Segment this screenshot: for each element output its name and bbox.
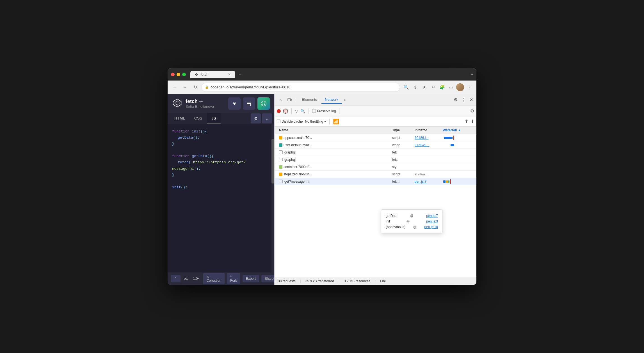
arrow-icon: ⌃ — [174, 277, 177, 281]
th-spacer — [469, 127, 474, 134]
record-button[interactable] — [277, 109, 281, 113]
row-checkbox[interactable] — [279, 150, 283, 154]
table-row[interactable]: stopExecutionOn... script Ere Em... — [275, 171, 476, 178]
more-tabs-icon[interactable]: » — [343, 96, 347, 104]
upload-icon[interactable]: ⬆ — [465, 119, 468, 124]
throttle-select[interactable]: No throttling ▾ — [305, 120, 326, 123]
devtools-controls: 🚫 ▽ 🔍 Preserve log ⚙ — [275, 106, 476, 116]
disable-cache-checkbox[interactable] — [277, 120, 280, 123]
svg-marker-1 — [175, 101, 179, 105]
device-toolbar-icon[interactable] — [286, 96, 294, 104]
chevron-down-button[interactable]: ⌄ — [262, 113, 272, 123]
maximize-button[interactable] — [182, 73, 186, 76]
th-initiator[interactable]: Initiator — [412, 127, 440, 134]
header-actions: ♥ — [228, 97, 270, 110]
call-stack-row-1: getData @ pen.js:7 — [386, 213, 438, 219]
row-initiator[interactable]: pen.js:7 — [412, 179, 440, 184]
devtools-settings-icon[interactable]: ⚙ — [453, 96, 459, 104]
call-fn-3: (anonymous) — [386, 225, 405, 229]
call-fn-1: getData — [386, 214, 398, 218]
reload-button[interactable]: ↻ — [191, 83, 199, 91]
list-button[interactable] — [243, 97, 255, 110]
table-row[interactable]: graphql fetc — [275, 149, 476, 156]
table-row[interactable]: user-default-avat... webp LYdGvL... — [275, 141, 476, 149]
tab-network[interactable]: Network — [321, 96, 342, 104]
status-requests: 38 requests — [278, 279, 296, 283]
scrollbar-thumb[interactable] — [271, 139, 274, 184]
share-icon[interactable]: ⇧ — [411, 83, 419, 91]
back-button[interactable]: ← — [171, 83, 179, 91]
code-line-8 — [172, 178, 270, 184]
tab-close-icon[interactable]: ✕ — [228, 72, 231, 76]
call-link-2[interactable]: pen.js:3 — [426, 219, 438, 223]
code-editor[interactable]: function init(){ getData(); } function g… — [168, 124, 274, 272]
search-network-icon[interactable]: 🔍 — [300, 109, 305, 113]
row-initiator[interactable]: LYdGvL... — [412, 143, 440, 148]
row-checkbox[interactable] — [279, 180, 283, 183]
active-tab[interactable]: ❖ fetch ✕ — [190, 71, 235, 78]
wifi-icon[interactable]: 📶 — [333, 118, 339, 125]
face-button[interactable] — [257, 97, 270, 110]
call-link-1[interactable]: pen.js:7 — [426, 214, 438, 218]
filter-icon[interactable]: ▽ — [295, 109, 298, 113]
devtools-menu-icon[interactable]: ⋮ — [460, 96, 467, 104]
row-initiator: Ere Em... — [412, 172, 440, 176]
minimize-button[interactable] — [177, 73, 180, 76]
codepen-area: fetch ✏ Sofia Emelianova ♥ — [168, 94, 274, 285]
edit-icon[interactable]: ✏ — [199, 99, 203, 104]
settings-button[interactable]: ⚙ — [251, 113, 261, 123]
new-tab-button[interactable]: + — [236, 72, 244, 77]
tab-html[interactable]: HTML — [170, 113, 190, 124]
footer-label: ete — [184, 277, 189, 281]
chrome-menu-icon[interactable]: ⋮ — [465, 83, 473, 91]
scrollbar-track[interactable] — [271, 124, 274, 272]
row-initiator[interactable]: 69186.j... — [412, 135, 440, 140]
table-row-selected[interactable]: get?message=hi fetch pen.js:7 — [275, 178, 476, 185]
call-at-2: @ — [407, 219, 410, 223]
search-icon[interactable]: 🔍 — [402, 83, 410, 91]
row-extra — [469, 159, 474, 160]
cut-icon[interactable]: ✂ — [429, 83, 437, 91]
row-name: graphql — [277, 150, 390, 155]
footer-arrow-button[interactable]: ⌃ — [171, 275, 181, 282]
row-type: styl — [390, 164, 412, 169]
call-link-3[interactable]: pen.js:10 — [424, 225, 438, 229]
call-stack-row-3: (anonymous) @ pen.js:10 — [386, 224, 438, 230]
stop-button[interactable]: 🚫 — [283, 109, 288, 114]
download-icon[interactable]: ⬇ — [471, 119, 474, 124]
export-button[interactable]: Export — [243, 275, 259, 282]
controls-separator — [291, 108, 292, 114]
tab-js[interactable]: JS — [207, 113, 221, 124]
th-name[interactable]: Name — [277, 127, 390, 134]
status-transferred: 35.9 kB transferred — [305, 279, 334, 283]
status-divider-3: | — [375, 279, 376, 283]
th-waterfall[interactable]: Waterfall ▲ — [440, 127, 469, 134]
tab-elements[interactable]: Elements — [298, 96, 320, 104]
tab-chevron-icon[interactable]: ▾ — [471, 72, 473, 77]
devtools-close-icon[interactable]: ✕ — [468, 96, 474, 104]
profile-avatar[interactable] — [456, 83, 464, 91]
row-waterfall — [440, 152, 469, 153]
network-settings-icon[interactable]: ⚙ — [470, 108, 474, 114]
svg-line-3 — [179, 102, 181, 102]
bookmark-icon[interactable]: ★ — [420, 83, 428, 91]
forward-button[interactable]: → — [181, 83, 189, 91]
th-type[interactable]: Type — [390, 127, 412, 134]
collection-button[interactable]: to Collection — [203, 273, 225, 284]
table-row[interactable]: appcues.main.70... script 69186.j... — [275, 134, 476, 141]
close-button[interactable] — [171, 73, 175, 76]
table-row[interactable]: graphql fetc — [275, 156, 476, 163]
fork-button[interactable]: ⑂ Fork — [227, 273, 240, 284]
inspect-element-icon[interactable]: ↖ — [277, 96, 285, 104]
table-row[interactable]: container.7099d3... styl — [275, 163, 476, 171]
call-stack-row-2: init @ pen.js:3 — [386, 219, 438, 224]
extensions-icon[interactable]: 🧩 — [438, 83, 446, 91]
url-bar[interactable]: 🔒 codepen.io/sofiayem/pen/LYdGvLg?editor… — [201, 83, 400, 92]
status-divider-2: | — [339, 279, 339, 283]
heart-button[interactable]: ♥ — [228, 97, 241, 110]
sidebar-icon[interactable]: ▭ — [447, 83, 455, 91]
codepen-title: fetch ✏ — [186, 98, 225, 104]
tab-css[interactable]: CSS — [190, 113, 207, 124]
row-checkbox[interactable] — [279, 158, 283, 161]
preserve-log-checkbox[interactable] — [312, 109, 316, 113]
